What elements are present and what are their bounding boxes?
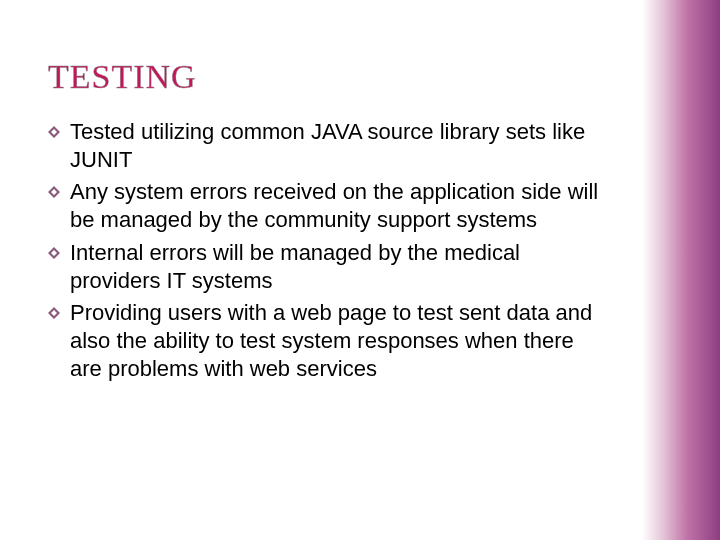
list-item: Internal errors will be managed by the m…	[48, 239, 608, 295]
bullet-text: Any system errors received on the applic…	[70, 179, 598, 232]
bullet-text: Providing users with a web page to test …	[70, 300, 592, 381]
diamond-bullet-icon	[48, 247, 60, 259]
diamond-bullet-icon	[48, 307, 60, 319]
bullet-text: Internal errors will be managed by the m…	[70, 240, 520, 293]
diamond-bullet-icon	[48, 126, 60, 138]
accent-bar	[642, 0, 720, 540]
bullet-list: Tested utilizing common JAVA source libr…	[48, 118, 608, 383]
slide: TESTING Tested utilizing common JAVA sou…	[0, 0, 720, 540]
list-item: Any system errors received on the applic…	[48, 178, 608, 234]
slide-title: TESTING	[48, 58, 672, 96]
bullet-text: Tested utilizing common JAVA source libr…	[70, 119, 585, 172]
list-item: Tested utilizing common JAVA source libr…	[48, 118, 608, 174]
diamond-bullet-icon	[48, 186, 60, 198]
list-item: Providing users with a web page to test …	[48, 299, 608, 383]
